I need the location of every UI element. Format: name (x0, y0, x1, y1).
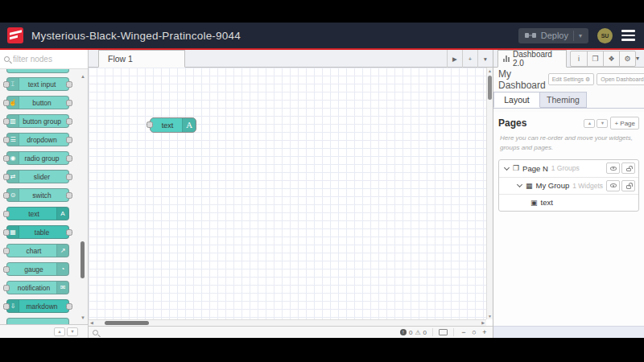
node-input-port[interactable] (3, 155, 10, 162)
node-input-port[interactable] (3, 192, 10, 199)
palette-scroll-down-icon[interactable]: ▼ (80, 315, 85, 320)
sidebar-options-chevron-icon[interactable]: ▾ (636, 55, 639, 62)
info-icon[interactable]: i (571, 51, 587, 66)
palette-node-switch[interactable]: ⊙switch (6, 188, 69, 202)
canvas-node-text[interactable]: text A (150, 117, 196, 133)
node-input-port[interactable] (3, 174, 10, 180)
palette-collapse-down-button[interactable]: ▼ (67, 327, 78, 336)
palette-node-label: radio group (16, 154, 59, 162)
tree-row-text[interactable]: ▣text (499, 194, 638, 211)
flow-list-chevron-icon[interactable]: ▾ (477, 50, 493, 68)
add-flow-button[interactable]: + (462, 50, 477, 68)
workspace-footer: ! 0 ⚠ 0 − ○ + (89, 326, 493, 338)
header: Mysterious-Black-Winged-Pratincole-9044 … (0, 23, 644, 50)
node-input-port[interactable] (3, 229, 10, 236)
node-output-port[interactable] (66, 118, 72, 125)
lock-toggle-button[interactable] (621, 180, 635, 191)
node-input-port[interactable] (3, 248, 10, 254)
lock-icon (626, 168, 631, 172)
node-input-port[interactable] (3, 118, 10, 125)
scroll-left-icon[interactable]: ◀ (90, 320, 93, 325)
move-down-button[interactable]: ▼ (597, 119, 608, 128)
visibility-toggle-button[interactable] (606, 180, 620, 191)
node-input-port[interactable] (3, 211, 10, 217)
palette-node-notification[interactable]: ✉notification (6, 281, 69, 294)
open-dashboard-button[interactable]: Open Dashboard ↗ (597, 73, 644, 85)
palette-node-label: chart (27, 247, 50, 255)
tab-theming[interactable]: Theming (540, 92, 587, 108)
palette-node-dropdown[interactable]: ☰dropdown (6, 133, 69, 146)
node-output-port[interactable] (66, 155, 72, 162)
horizontal-scroll-thumb[interactable] (105, 321, 149, 325)
node-output-port[interactable] (66, 303, 72, 310)
user-avatar[interactable]: SU (597, 28, 613, 43)
move-up-button[interactable]: ▲ (584, 119, 595, 128)
debug-icon[interactable]: ❖ (603, 51, 619, 66)
palette-node-slider[interactable]: ⇄slider (6, 170, 69, 183)
palette-node-text[interactable]: Atext (6, 207, 69, 220)
partial-node-top[interactable] (6, 69, 69, 73)
tab-flow-1[interactable]: Flow 1 (98, 50, 185, 68)
node-output-port[interactable] (66, 229, 72, 236)
node-input-port[interactable] (3, 81, 10, 88)
palette-collapse-up-button[interactable]: ▲ (54, 327, 65, 336)
canvas-search-icon[interactable] (93, 330, 98, 335)
palette-node-markdown[interactable]: ⇩markdown (6, 299, 69, 313)
tree-row-Page-N[interactable]: ❐Page N1 Groups (499, 160, 638, 177)
lock-toggle-button[interactable] (621, 162, 635, 174)
sidebar-tab-bar: Dashboard 2.0 i ❐ ❖ ⚙ ▾ (493, 50, 644, 68)
node-output-port[interactable] (66, 100, 72, 106)
edit-settings-button[interactable]: Edit Settings ⚙ (548, 73, 595, 85)
text-widget-icon: A (182, 118, 196, 132)
node-input-port[interactable] (3, 285, 10, 291)
config-nodes-icon[interactable]: ⚙ (619, 51, 635, 66)
add-page-button[interactable]: + Page (610, 117, 639, 130)
node-input-port[interactable] (3, 100, 10, 106)
zoom-reset-button[interactable]: ○ (470, 328, 478, 336)
vertical-scroll-thumb[interactable] (488, 76, 492, 100)
filter-nodes-input[interactable] (13, 55, 80, 64)
palette-node-label: table (27, 228, 49, 237)
palette-node-button-group[interactable]: ▥button group (6, 114, 69, 128)
node-output-port[interactable] (66, 137, 72, 143)
scroll-down-icon[interactable]: ▼ (487, 314, 493, 319)
canvas-horizontal-scrollbar[interactable]: ◀ ▶ (89, 319, 486, 326)
node-input-port[interactable] (3, 137, 10, 143)
visibility-toggle-button[interactable] (606, 162, 620, 174)
deploy-options-chevron-icon[interactable]: ▾ (579, 32, 582, 39)
chevron-down-icon[interactable] (517, 182, 522, 187)
canvas-vertical-scrollbar[interactable]: ▲ ▼ (486, 68, 493, 319)
help-icon[interactable]: ❐ (587, 51, 603, 66)
palette-node-gauge[interactable]: ◔gauge (6, 262, 69, 276)
tab-layout[interactable]: Layout (493, 92, 540, 108)
node-output-port[interactable] (66, 174, 72, 180)
tab-dashboard-2[interactable]: Dashboard 2.0 (497, 50, 567, 68)
node-input-port[interactable] (3, 266, 10, 273)
chevron-down-icon[interactable] (504, 165, 510, 171)
node-input-port[interactable] (3, 303, 10, 310)
palette-node-button[interactable]: ☝button (6, 96, 69, 109)
scroll-right-icon[interactable]: ▶ (481, 320, 485, 325)
palette-node-table[interactable]: ▦table (6, 225, 69, 239)
node-input-port[interactable] (147, 121, 153, 128)
partial-node-bottom[interactable] (6, 318, 69, 324)
next-tab-button[interactable]: ▶ (447, 50, 462, 68)
palette-node-chart[interactable]: ↗chart (6, 244, 69, 257)
pages-tree: ❐Page N1 Groups▦My Group1 Widgets▣text (498, 159, 639, 212)
tree-row-My-Group[interactable]: ▦My Group1 Widgets (499, 177, 638, 194)
flow-canvas[interactable]: text A (89, 68, 486, 319)
zoom-out-button[interactable]: − (460, 328, 468, 336)
palette-node-radio-group[interactable]: ◉radio group (6, 151, 69, 165)
navigator-toggle-icon[interactable] (439, 329, 448, 335)
zoom-in-button[interactable]: + (481, 328, 489, 336)
deploy-button[interactable]: Deploy ▾ (518, 28, 588, 43)
main-menu-icon[interactable] (621, 30, 635, 41)
palette-node-text-input[interactable]: ⌶text input (6, 77, 69, 91)
palette-search[interactable] (0, 50, 88, 69)
node-output-port[interactable] (66, 81, 72, 88)
node-output-port[interactable] (66, 192, 72, 199)
palette-scroll-up-icon[interactable]: ▲ (80, 74, 85, 79)
scroll-up-icon[interactable]: ▲ (487, 68, 493, 73)
palette-scrollbar[interactable] (80, 241, 85, 278)
gear-icon: ⚙ (585, 76, 590, 83)
